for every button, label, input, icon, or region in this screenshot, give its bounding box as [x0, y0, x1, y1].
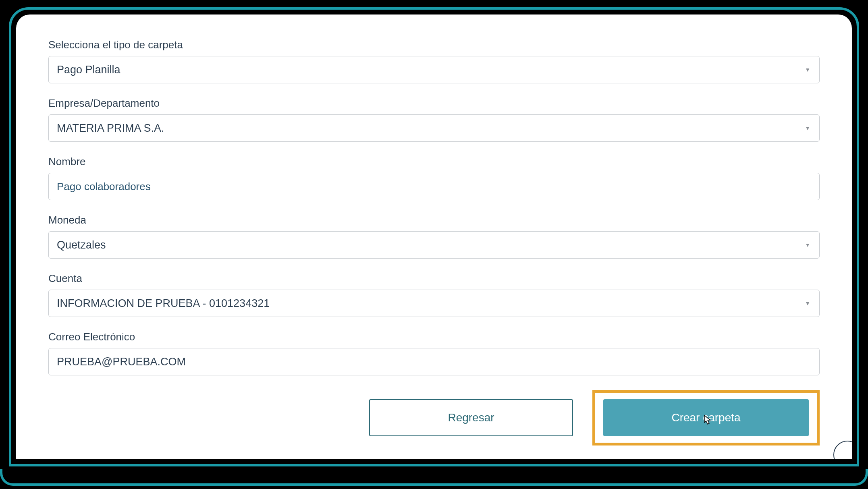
screen-content: Selecciona el tipo de carpeta Pago Plani…: [16, 15, 852, 459]
button-row: Regresar Crear carpeta: [48, 390, 820, 445]
highlight-box: Crear carpeta: [592, 390, 820, 445]
input-nombre-value: Pago colaboradores: [57, 180, 151, 193]
label-empresa: Empresa/Departamento: [48, 97, 820, 110]
laptop-base: [0, 469, 868, 486]
create-folder-button[interactable]: Crear carpeta: [603, 399, 809, 436]
label-tipo-carpeta: Selecciona el tipo de carpeta: [48, 39, 820, 51]
back-button[interactable]: Regresar: [369, 399, 573, 436]
input-correo-value: PRUEBA@PRUEBA.COM: [57, 356, 186, 368]
select-cuenta[interactable]: INFORMACION DE PRUEBA - 0101234321 ▼: [48, 290, 820, 317]
input-correo[interactable]: PRUEBA@PRUEBA.COM: [48, 348, 820, 375]
label-cuenta: Cuenta: [48, 272, 820, 285]
chevron-down-icon: ▼: [805, 300, 810, 307]
input-nombre[interactable]: Pago colaboradores: [48, 173, 820, 200]
label-moneda: Moneda: [48, 214, 820, 226]
page-curl-decoration: [833, 441, 852, 459]
select-moneda-value: Quetzales: [57, 239, 106, 251]
field-moneda: Moneda Quetzales ▼: [48, 214, 820, 259]
select-tipo-carpeta[interactable]: Pago Planilla ▼: [48, 56, 820, 83]
chevron-down-icon: ▼: [805, 66, 810, 73]
select-cuenta-value: INFORMACION DE PRUEBA - 0101234321: [57, 297, 270, 310]
field-nombre: Nombre Pago colaboradores: [48, 155, 820, 200]
chevron-down-icon: ▼: [805, 125, 810, 131]
field-empresa: Empresa/Departamento MATERIA PRIMA S.A. …: [48, 97, 820, 142]
field-cuenta: Cuenta INFORMACION DE PRUEBA - 010123432…: [48, 272, 820, 317]
select-empresa[interactable]: MATERIA PRIMA S.A. ▼: [48, 114, 820, 142]
field-correo: Correo Electrónico PRUEBA@PRUEBA.COM: [48, 331, 820, 375]
field-tipo-carpeta: Selecciona el tipo de carpeta Pago Plani…: [48, 39, 820, 83]
select-empresa-value: MATERIA PRIMA S.A.: [57, 122, 164, 135]
create-folder-button-label: Crear carpeta: [671, 411, 740, 424]
chevron-down-icon: ▼: [805, 242, 810, 248]
laptop-bezel: Selecciona el tipo de carpeta Pago Plani…: [9, 7, 859, 466]
select-moneda[interactable]: Quetzales ▼: [48, 231, 820, 259]
laptop-frame: Selecciona el tipo de carpeta Pago Plani…: [0, 0, 868, 489]
label-correo: Correo Electrónico: [48, 331, 820, 343]
select-tipo-carpeta-value: Pago Planilla: [57, 64, 120, 76]
label-nombre: Nombre: [48, 155, 820, 168]
